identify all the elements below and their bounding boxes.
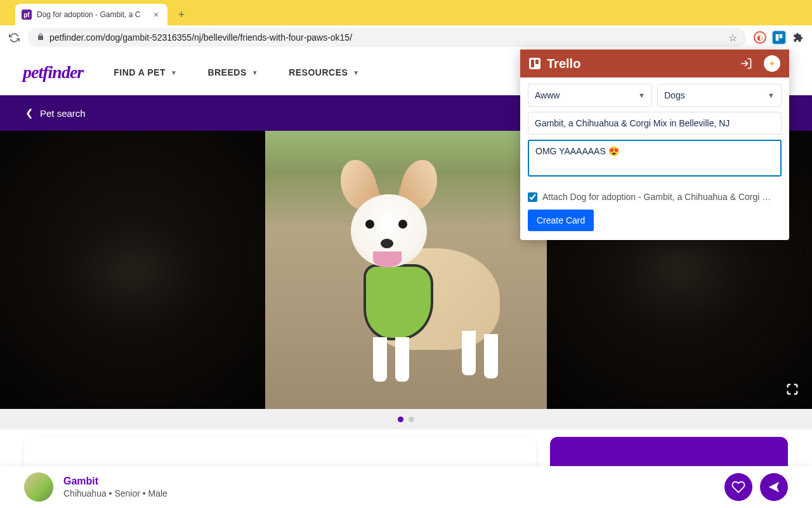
trello-header: Trello ✦ (520, 50, 789, 77)
gallery-dot-2[interactable] (409, 417, 414, 422)
browser-tab[interactable]: pf Dog for adoption - Gambit, a C × (15, 4, 167, 25)
url-text: petfinder.com/dog/gambit-52316355/nj/bel… (49, 32, 723, 43)
gallery-main-image[interactable] (265, 131, 547, 409)
pet-name[interactable]: Gambit (63, 476, 167, 487)
lock-icon (37, 33, 44, 43)
reload-button[interactable] (8, 31, 20, 44)
new-tab-button[interactable]: + (173, 6, 190, 23)
trello-title: Trello (547, 57, 733, 71)
tab-favicon: pf (22, 10, 32, 20)
gallery-dots (0, 409, 812, 429)
svg-rect-1 (780, 34, 783, 38)
chevron-down-icon: ▼ (171, 69, 177, 76)
trello-upgrade-icon[interactable]: ✦ (764, 55, 780, 72)
trello-extension-icon[interactable] (773, 31, 785, 44)
trello-logo-icon (529, 58, 540, 69)
address-bar[interactable]: petfinder.com/dog/gambit-52316355/nj/bel… (28, 28, 746, 47)
favorite-button[interactable] (724, 473, 752, 501)
svg-rect-0 (776, 34, 779, 41)
nav-resources[interactable]: RESOURCES ▼ (289, 67, 360, 77)
create-card-button[interactable]: Create Card (528, 210, 594, 231)
attach-checkbox[interactable] (528, 192, 537, 202)
chevron-down-icon: ▼ (252, 69, 258, 76)
list-select[interactable]: Dogs ▼ (657, 84, 782, 107)
tab-title: Dog for adoption - Gambit, a C (37, 10, 146, 19)
petfinder-logo[interactable]: petfinder (23, 62, 83, 83)
sticky-footer: Gambit Chihuahua • Senior • Male (0, 466, 812, 508)
trello-popup: Trello ✦ Awww ▼ Dogs ▼ (520, 50, 789, 240)
board-select[interactable]: Awww ▼ (528, 84, 652, 107)
close-icon[interactable]: × (151, 10, 161, 20)
share-button[interactable] (760, 473, 788, 501)
chevron-down-icon: ▼ (353, 69, 359, 76)
card-description-input[interactable] (528, 140, 782, 177)
chevron-left-icon: ❮ (25, 107, 34, 119)
attach-label: Attach Dog for adoption - Gambit, a Chih… (542, 192, 771, 202)
pet-avatar[interactable] (24, 472, 53, 502)
nav-breeds[interactable]: BREEDS ▼ (207, 67, 258, 77)
gallery-prev-image[interactable] (0, 131, 265, 409)
trello-logout-icon[interactable] (740, 57, 752, 70)
chevron-down-icon: ▼ (768, 91, 775, 99)
extensions-menu-icon[interactable] (792, 31, 804, 44)
nav-find-a-pet[interactable]: FIND A PET ▼ (114, 67, 177, 77)
pet-meta: Chihuahua • Senior • Male (63, 488, 167, 498)
chevron-down-icon: ▼ (638, 91, 645, 99)
card-title-input[interactable] (528, 112, 782, 135)
gallery-dot-1[interactable] (398, 417, 403, 422)
breadcrumb-back[interactable]: ❮ Pet search (25, 107, 86, 119)
expand-gallery-button[interactable] (783, 380, 802, 399)
bookmark-star-icon[interactable]: ☆ (728, 32, 737, 44)
extension-icon-1[interactable]: ◐ (754, 31, 766, 44)
